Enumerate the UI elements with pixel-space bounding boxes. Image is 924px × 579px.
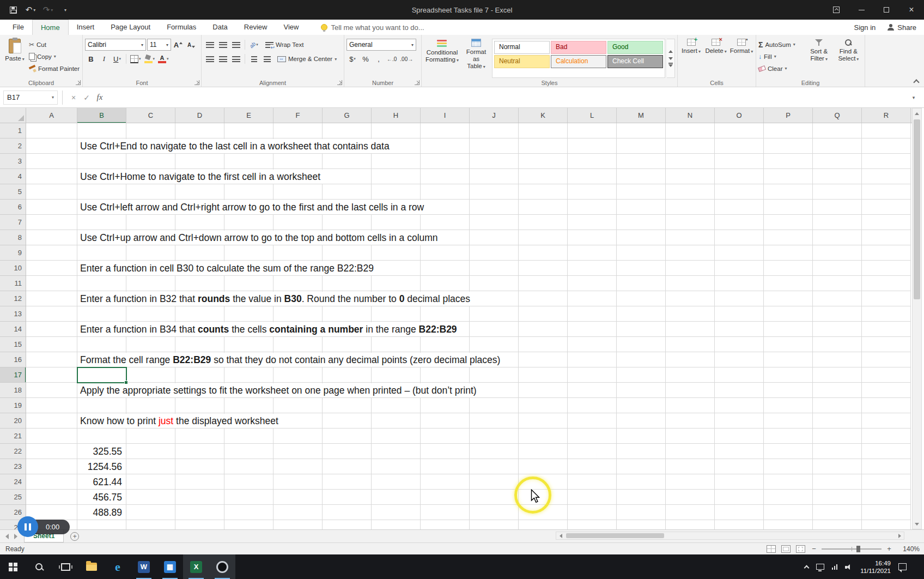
minimize-button[interactable] (849, 0, 874, 20)
row-header-18[interactable]: 18 (0, 383, 26, 398)
recorder-button[interactable] (209, 554, 235, 579)
name-box[interactable]: B17 ▾ (3, 91, 58, 105)
align-center-button[interactable] (217, 53, 229, 65)
font-color-button[interactable]: A▾ (157, 53, 170, 65)
borders-button[interactable]: ▾ (129, 53, 142, 65)
row-header-7[interactable]: 7 (0, 215, 26, 230)
percent-style-button[interactable]: % (360, 53, 372, 65)
cell-B2[interactable]: Use Ctrl+End to navigate to the last cel… (78, 139, 392, 153)
cell-B4[interactable]: Use Ctrl+Home to navigate to the first c… (78, 170, 323, 184)
tab-view[interactable]: View (275, 20, 307, 35)
number-dialog-launcher[interactable] (415, 80, 420, 85)
tab-page-layout[interactable]: Page Layout (102, 20, 159, 35)
page-break-preview-button[interactable] (796, 545, 805, 553)
cell-B16[interactable]: Format the cell range B22:B29 so that th… (78, 353, 502, 367)
column-header-D[interactable]: D (175, 108, 224, 123)
row-header-6[interactable]: 6 (0, 200, 26, 215)
conditional-formatting-button[interactable]: Conditional Formatting▾ (424, 37, 460, 78)
column-header-N[interactable]: N (666, 108, 715, 123)
cut-button[interactable]: ✂Cut (29, 39, 80, 50)
increase-decimal-button[interactable]: ←.0 (386, 53, 398, 65)
wrap-text-button[interactable]: Wrap Text (265, 40, 303, 50)
clipboard-dialog-launcher[interactable] (76, 80, 81, 85)
gallery-down-icon[interactable] (668, 57, 673, 60)
row-header-11[interactable]: 11 (0, 276, 26, 291)
row-header-13[interactable]: 13 (0, 306, 26, 322)
decrease-decimal-button[interactable]: .00→ (399, 53, 414, 65)
column-header-K[interactable]: K (519, 108, 568, 123)
find-select-button[interactable]: Find & Select▾ (835, 37, 862, 78)
row-header-4[interactable]: 4 (0, 169, 26, 184)
zoom-in-button[interactable]: + (886, 545, 892, 553)
format-as-table-button[interactable]: Format as Table▾ (462, 37, 490, 78)
file-explorer-button[interactable] (78, 554, 105, 579)
gallery-more-icon[interactable] (668, 64, 673, 67)
collapse-ribbon-icon[interactable] (913, 79, 919, 85)
cell-B8[interactable]: Use Ctrl+up arrow and Ctrl+down arrow to… (78, 231, 440, 245)
zoom-slider-thumb[interactable] (856, 546, 860, 552)
column-header-P[interactable]: P (764, 108, 813, 123)
column-header-A[interactable]: A (26, 108, 77, 123)
tab-home[interactable]: Home (32, 20, 69, 35)
cell-style-good[interactable]: Good (607, 41, 663, 54)
row-header-23[interactable]: 23 (0, 459, 26, 474)
column-header-F[interactable]: F (273, 108, 323, 123)
cell-B23[interactable]: 1254.56 (78, 460, 126, 474)
scroll-down-icon[interactable] (913, 519, 921, 529)
display-icon[interactable] (816, 564, 824, 570)
copy-button[interactable]: Copy▾ (29, 51, 80, 62)
taskbar-clock[interactable]: 16:49 11/11/2021 (860, 559, 891, 575)
zoom-out-button[interactable]: − (811, 545, 817, 553)
row-header-10[interactable]: 10 (0, 261, 26, 276)
restore-button[interactable] (874, 0, 899, 20)
vertical-scroll-thumb[interactable] (914, 119, 920, 299)
row-header-15[interactable]: 15 (0, 337, 26, 352)
cell-B10[interactable]: Enter a function in cell B30 to calculat… (78, 261, 376, 275)
edge-button[interactable]: e (105, 554, 131, 579)
underline-button[interactable]: U▾ (111, 53, 123, 65)
increase-indent-button[interactable] (261, 53, 273, 65)
app-window-button[interactable]: ▦ (157, 554, 183, 579)
scroll-up-icon[interactable] (913, 108, 921, 118)
row-header-2[interactable]: 2 (0, 138, 26, 154)
cell-style-check-cell[interactable]: Check Cell (607, 55, 663, 68)
word-button[interactable]: W (131, 554, 157, 579)
column-header-O[interactable]: O (715, 108, 764, 123)
merge-center-button[interactable]: Merge & Center▾ (277, 54, 337, 64)
ribbon-display-options-button[interactable] (824, 0, 849, 20)
column-header-M[interactable]: M (617, 108, 666, 123)
tell-me-box[interactable]: Tell me what you want to do... (321, 20, 424, 35)
column-header-H[interactable]: H (372, 108, 421, 123)
column-header-I[interactable]: I (421, 108, 470, 123)
delete-cells-button[interactable]: × Delete▾ (704, 37, 728, 78)
formula-input[interactable] (111, 91, 903, 105)
row-header-5[interactable]: 5 (0, 184, 26, 200)
fill-button[interactable]: ↓Fill▾ (758, 51, 804, 62)
cell-B26[interactable]: 488.89 (78, 505, 126, 520)
cell-B24[interactable]: 621.44 (78, 475, 126, 489)
vertical-scrollbar[interactable] (912, 108, 922, 529)
font-size-combo[interactable]: 11▾ (147, 39, 171, 51)
taskbar-search-button[interactable] (26, 554, 52, 579)
comma-style-button[interactable]: , (373, 53, 385, 65)
row-header-14[interactable]: 14 (0, 322, 26, 337)
accounting-format-button[interactable]: $▾ (346, 53, 358, 65)
autosum-button[interactable]: ΣAutoSum▾ (758, 39, 804, 50)
cell-B18[interactable]: Apply the appropriate settings to fit th… (78, 383, 479, 397)
cell-style-bad[interactable]: Bad (551, 41, 606, 54)
horizontal-scrollbar[interactable] (556, 532, 904, 540)
row-header-8[interactable]: 8 (0, 230, 26, 245)
font-dialog-launcher[interactable] (194, 80, 199, 85)
start-button[interactable] (0, 554, 26, 579)
network-icon[interactable] (832, 564, 838, 570)
normal-view-button[interactable] (767, 545, 776, 553)
row-header-12[interactable]: 12 (0, 291, 26, 306)
sign-in-button[interactable]: Sign in (854, 23, 876, 32)
cell-B14[interactable]: Enter a function in B34 that counts the … (78, 322, 459, 336)
qat-customize-button[interactable]: ▾ (58, 3, 73, 17)
save-button[interactable] (5, 3, 21, 17)
volume-icon[interactable] (845, 564, 853, 570)
tab-formulas[interactable]: Formulas (159, 20, 204, 35)
row-header-3[interactable]: 3 (0, 154, 26, 169)
excel-button[interactable]: X (183, 554, 209, 579)
